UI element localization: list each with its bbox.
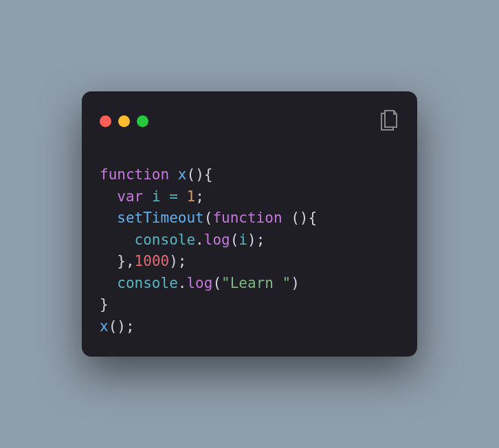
- code-window: function x(){ var i = 1; setTimeout(func…: [82, 91, 417, 357]
- string-literal: "Learn ": [221, 275, 291, 291]
- keyword-function: function: [212, 210, 282, 226]
- window-titlebar: [100, 108, 399, 134]
- copy-icon[interactable]: [379, 108, 399, 134]
- variable-i: i: [152, 188, 161, 205]
- console-object: console: [117, 275, 178, 291]
- minimize-button[interactable]: [118, 115, 130, 127]
- number-literal: 1: [187, 188, 196, 205]
- keyword-var: var: [117, 188, 143, 205]
- keyword-function: function: [100, 166, 169, 183]
- log-method: log: [204, 232, 230, 248]
- close-button[interactable]: [100, 115, 111, 127]
- log-method: log: [186, 275, 212, 291]
- set-timeout: setTimeout: [117, 210, 203, 226]
- console-object: console: [135, 232, 196, 248]
- function-name: x: [178, 166, 187, 183]
- code-block: function x(){ var i = 1; setTimeout(func…: [100, 164, 399, 337]
- traffic-lights: [100, 115, 148, 127]
- maximize-button[interactable]: [137, 115, 148, 127]
- number-literal: 1000: [135, 253, 170, 269]
- function-call: x: [100, 318, 109, 335]
